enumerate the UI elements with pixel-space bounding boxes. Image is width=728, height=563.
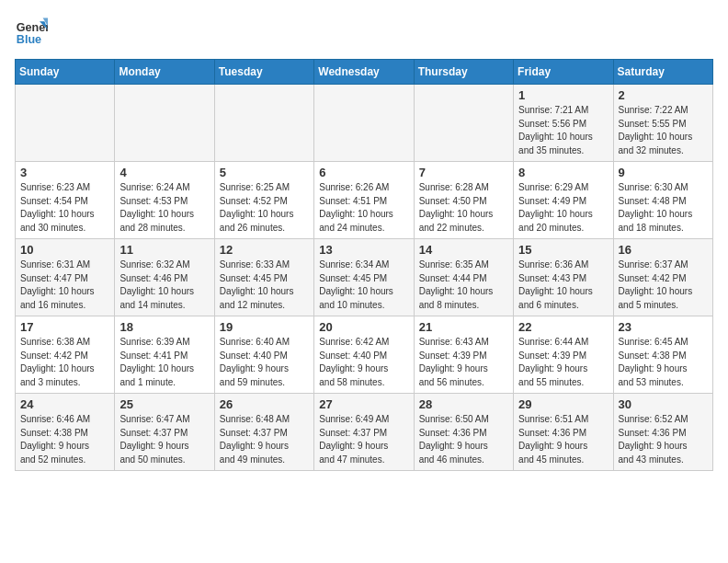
calendar-cell: 29Sunrise: 6:51 AM Sunset: 4:36 PM Dayli… (514, 394, 613, 471)
calendar-cell: 4Sunrise: 6:24 AM Sunset: 4:53 PM Daylig… (115, 162, 214, 239)
svg-text:Blue: Blue (17, 33, 41, 46)
calendar-cell: 6Sunrise: 6:26 AM Sunset: 4:51 PM Daylig… (314, 162, 414, 239)
day-info: Sunrise: 6:25 AM Sunset: 4:52 PM Dayligh… (220, 181, 309, 235)
header-thursday: Thursday (414, 60, 513, 85)
calendar-cell: 20Sunrise: 6:42 AM Sunset: 4:40 PM Dayli… (314, 316, 414, 394)
day-info: Sunrise: 6:47 AM Sunset: 4:37 PM Dayligh… (119, 413, 209, 466)
day-number: 29 (518, 397, 608, 411)
day-info: Sunrise: 6:51 AM Sunset: 4:36 PM Dayligh… (518, 413, 608, 466)
calendar-cell: 19Sunrise: 6:40 AM Sunset: 4:40 PM Dayli… (214, 316, 313, 394)
day-info: Sunrise: 6:29 AM Sunset: 4:49 PM Dayligh… (518, 181, 608, 235)
calendar-cell: 22Sunrise: 6:44 AM Sunset: 4:39 PM Dayli… (514, 316, 613, 394)
day-info: Sunrise: 6:26 AM Sunset: 4:51 PM Dayligh… (319, 181, 408, 235)
day-number: 8 (518, 166, 608, 179)
day-info: Sunrise: 6:35 AM Sunset: 4:44 PM Dayligh… (419, 259, 508, 312)
day-info: Sunrise: 6:52 AM Sunset: 4:36 PM Dayligh… (619, 413, 708, 466)
day-number: 16 (619, 243, 708, 257)
day-number: 19 (220, 320, 309, 334)
header-tuesday: Tuesday (214, 60, 313, 85)
day-number: 11 (119, 243, 209, 257)
day-number: 1 (518, 88, 608, 102)
day-info: Sunrise: 6:24 AM Sunset: 4:53 PM Dayligh… (119, 181, 209, 235)
header-sunday: Sunday (16, 60, 115, 85)
calendar-week-5: 24Sunrise: 6:46 AM Sunset: 4:38 PM Dayli… (16, 394, 713, 471)
calendar-cell: 27Sunrise: 6:49 AM Sunset: 4:37 PM Dayli… (314, 394, 414, 471)
calendar-week-2: 3Sunrise: 6:23 AM Sunset: 4:54 PM Daylig… (16, 162, 713, 239)
calendar-cell: 30Sunrise: 6:52 AM Sunset: 4:36 PM Dayli… (613, 394, 712, 471)
day-number: 15 (518, 243, 608, 257)
day-info: Sunrise: 6:23 AM Sunset: 4:54 PM Dayligh… (20, 181, 109, 235)
calendar-cell (16, 85, 115, 162)
calendar-cell: 11Sunrise: 6:32 AM Sunset: 4:46 PM Dayli… (115, 239, 214, 316)
day-number: 26 (220, 397, 309, 411)
calendar-cell: 26Sunrise: 6:48 AM Sunset: 4:37 PM Dayli… (214, 394, 313, 471)
calendar-cell: 1Sunrise: 7:21 AM Sunset: 5:56 PM Daylig… (514, 85, 613, 162)
header-friday: Friday (514, 60, 613, 85)
day-info: Sunrise: 6:39 AM Sunset: 4:41 PM Dayligh… (119, 336, 209, 389)
day-info: Sunrise: 6:50 AM Sunset: 4:36 PM Dayligh… (419, 413, 508, 466)
day-number: 5 (220, 166, 309, 179)
calendar-cell: 9Sunrise: 6:30 AM Sunset: 4:48 PM Daylig… (613, 162, 712, 239)
day-info: Sunrise: 7:21 AM Sunset: 5:56 PM Dayligh… (518, 104, 608, 157)
day-number: 18 (119, 320, 209, 334)
calendar-header: SundayMondayTuesdayWednesdayThursdayFrid… (16, 60, 713, 85)
day-number: 12 (220, 243, 309, 257)
day-info: Sunrise: 6:33 AM Sunset: 4:45 PM Dayligh… (220, 259, 309, 312)
day-number: 14 (419, 243, 508, 257)
day-info: Sunrise: 6:45 AM Sunset: 4:38 PM Dayligh… (619, 336, 708, 389)
page-header: General Blue (15, 15, 713, 48)
calendar-cell: 5Sunrise: 6:25 AM Sunset: 4:52 PM Daylig… (214, 162, 313, 239)
calendar-cell: 16Sunrise: 6:37 AM Sunset: 4:42 PM Dayli… (613, 239, 712, 316)
logo-icon: General Blue (15, 15, 48, 48)
calendar-cell (115, 85, 214, 162)
day-number: 28 (419, 397, 508, 411)
day-info: Sunrise: 6:28 AM Sunset: 4:50 PM Dayligh… (419, 181, 508, 235)
day-info: Sunrise: 6:44 AM Sunset: 4:39 PM Dayligh… (518, 336, 608, 389)
day-number: 6 (319, 166, 408, 179)
day-info: Sunrise: 6:42 AM Sunset: 4:40 PM Dayligh… (319, 336, 408, 389)
day-number: 20 (319, 320, 408, 334)
calendar-cell: 14Sunrise: 6:35 AM Sunset: 4:44 PM Dayli… (414, 239, 513, 316)
day-info: Sunrise: 6:36 AM Sunset: 4:43 PM Dayligh… (518, 259, 608, 312)
calendar-cell: 24Sunrise: 6:46 AM Sunset: 4:38 PM Dayli… (16, 394, 115, 471)
day-info: Sunrise: 6:38 AM Sunset: 4:42 PM Dayligh… (20, 336, 109, 389)
day-info: Sunrise: 6:46 AM Sunset: 4:38 PM Dayligh… (20, 413, 109, 466)
calendar-cell: 23Sunrise: 6:45 AM Sunset: 4:38 PM Dayli… (613, 316, 712, 394)
day-number: 4 (119, 166, 209, 179)
day-number: 23 (619, 320, 708, 334)
day-number: 27 (319, 397, 408, 411)
calendar-cell (414, 85, 513, 162)
calendar-cell: 28Sunrise: 6:50 AM Sunset: 4:36 PM Dayli… (414, 394, 513, 471)
day-number: 17 (20, 320, 109, 334)
day-number: 10 (20, 243, 109, 257)
day-number: 7 (419, 166, 508, 179)
calendar-cell (314, 85, 414, 162)
calendar-cell: 13Sunrise: 6:34 AM Sunset: 4:45 PM Dayli… (314, 239, 414, 316)
logo: General Blue (15, 15, 48, 48)
calendar-cell: 7Sunrise: 6:28 AM Sunset: 4:50 PM Daylig… (414, 162, 513, 239)
calendar-cell: 10Sunrise: 6:31 AM Sunset: 4:47 PM Dayli… (16, 239, 115, 316)
day-info: Sunrise: 6:31 AM Sunset: 4:47 PM Dayligh… (20, 259, 109, 312)
calendar-cell: 15Sunrise: 6:36 AM Sunset: 4:43 PM Dayli… (514, 239, 613, 316)
header-wednesday: Wednesday (314, 60, 414, 85)
calendar-cell: 17Sunrise: 6:38 AM Sunset: 4:42 PM Dayli… (16, 316, 115, 394)
calendar-cell: 21Sunrise: 6:43 AM Sunset: 4:39 PM Dayli… (414, 316, 513, 394)
calendar-cell: 3Sunrise: 6:23 AM Sunset: 4:54 PM Daylig… (16, 162, 115, 239)
calendar-table: SundayMondayTuesdayWednesdayThursdayFrid… (15, 59, 713, 471)
header-saturday: Saturday (613, 60, 712, 85)
day-info: Sunrise: 6:40 AM Sunset: 4:40 PM Dayligh… (220, 336, 309, 389)
day-info: Sunrise: 6:37 AM Sunset: 4:42 PM Dayligh… (619, 259, 708, 312)
day-number: 9 (619, 166, 708, 179)
calendar-cell: 12Sunrise: 6:33 AM Sunset: 4:45 PM Dayli… (214, 239, 313, 316)
day-number: 24 (20, 397, 109, 411)
calendar-cell (214, 85, 313, 162)
day-info: Sunrise: 6:30 AM Sunset: 4:48 PM Dayligh… (619, 181, 708, 235)
day-info: Sunrise: 7:22 AM Sunset: 5:55 PM Dayligh… (619, 104, 708, 157)
calendar-cell: 18Sunrise: 6:39 AM Sunset: 4:41 PM Dayli… (115, 316, 214, 394)
day-number: 25 (119, 397, 209, 411)
day-number: 21 (419, 320, 508, 334)
calendar-week-4: 17Sunrise: 6:38 AM Sunset: 4:42 PM Dayli… (16, 316, 713, 394)
calendar-cell: 8Sunrise: 6:29 AM Sunset: 4:49 PM Daylig… (514, 162, 613, 239)
day-number: 2 (619, 88, 708, 102)
day-number: 3 (20, 166, 109, 179)
